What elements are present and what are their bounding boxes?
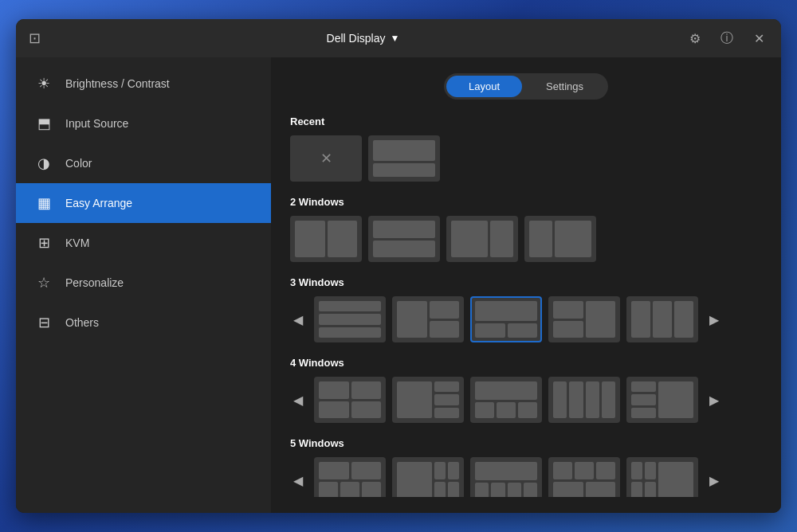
section-5windows: 5 Windows ◀ [290,437,759,497]
title-bar-center: Dell Display ▼ [327,32,400,45]
settings-icon[interactable]: ⚙ [685,29,705,48]
sidebar-item-input[interactable]: ⬒ Input Source [16,104,271,143]
app-title: Dell Display [327,32,386,45]
col [631,381,656,418]
3windows-next-arrow[interactable]: ▶ [706,296,722,342]
section-2windows: 2 Windows [290,196,759,262]
pane [658,381,693,418]
thumb-pattern [472,378,540,421]
layout-thumb-4w-4[interactable] [548,377,620,423]
5windows-next-arrow[interactable]: ▶ [706,457,722,497]
label-4windows: 4 Windows [290,357,759,369]
layout-thumb-2w-1[interactable] [290,216,362,262]
layout-thumb-3w-2[interactable] [392,296,464,342]
pane [475,402,494,418]
x-mark: ✕ [320,150,332,167]
thumb-pattern [394,298,462,341]
thumb-pattern [472,298,540,341]
sidebar-item-easy-arrange[interactable]: ▦ Easy Arrange [16,183,271,223]
pane [397,381,432,418]
pane [328,221,358,257]
info-icon[interactable]: ⓘ [717,29,736,48]
pane [362,482,381,498]
pane [475,301,537,321]
color-icon: ◑ [35,155,53,172]
layout-thumb-3w-5[interactable] [626,296,698,342]
5windows-prev-arrow[interactable]: ◀ [290,457,306,497]
pane [631,482,642,498]
pane [397,462,432,497]
pane [319,401,349,419]
scroll-area[interactable]: Recent ✕ [290,115,762,497]
sidebar-item-brightness[interactable]: ☀ Brightness / Contrast [16,64,271,104]
layout-thumb-4w-3[interactable] [470,377,542,423]
3windows-row: ◀ [290,296,759,342]
2windows-row [290,216,759,262]
close-button[interactable]: ✕ [749,29,768,48]
layout-thumb-5w-2[interactable] [392,457,464,497]
layout-thumb-4w-1[interactable] [314,377,386,423]
pane [631,301,650,338]
layout-thumb-recent-1[interactable]: ✕ [290,135,362,182]
section-4windows: 4 Windows ◀ [290,357,759,423]
layout-thumb-3w-3[interactable] [470,296,542,342]
pane [397,301,427,338]
row-panes [553,462,615,479]
label-recent: Recent [290,115,759,127]
thumb-pattern [526,217,595,260]
title-bar-controls: ⚙ ⓘ ✕ [685,29,768,48]
thumb-pattern [316,378,384,421]
sidebar-item-personalize[interactable]: ☆ Personalize [16,263,271,303]
layout-thumb-5w-1[interactable] [314,457,386,497]
sidebar-item-kvm[interactable]: ⊞ KVM [16,223,271,263]
pane [645,462,656,479]
row-panes [434,462,459,479]
sidebar-label-others: Others [65,316,99,329]
tab-settings[interactable]: Settings [524,76,606,97]
layout-thumb-3w-4[interactable] [548,296,620,342]
pane [319,314,381,324]
layout-thumb-2w-3[interactable] [446,216,518,262]
4windows-prev-arrow[interactable]: ◀ [290,377,306,423]
pane [631,408,656,418]
row-panes [631,482,656,498]
layout-thumb-3w-1[interactable] [314,296,386,342]
3windows-prev-arrow[interactable]: ◀ [290,296,306,342]
layout-thumb-5w-4[interactable] [548,457,620,497]
pane [586,482,616,498]
title-bar-left: ⊡ [29,29,41,47]
pane [373,241,435,258]
pane [319,462,349,479]
thumb-pattern [448,217,516,260]
pane [631,462,642,479]
pane [373,221,435,238]
layout-thumb-4w-5[interactable] [626,377,698,423]
layout-thumb-5w-3[interactable] [470,457,542,497]
sidebar-item-color[interactable]: ◑ Color [16,143,271,183]
layout-thumb-5w-5[interactable] [626,457,698,497]
thumb-pattern [472,459,540,497]
pane [490,221,513,257]
row-panes [319,482,381,498]
pane [553,321,583,338]
pane [434,408,459,418]
layout-thumb-2w-4[interactable] [524,216,596,262]
4windows-grid [314,377,698,423]
tab-layout[interactable]: Layout [446,76,522,97]
row-panes [319,401,381,419]
layout-thumb-recent-2[interactable] [368,135,440,182]
thumb-pattern [628,298,697,341]
thumb-pattern [316,459,384,497]
pane [553,482,583,498]
thumb-pattern [550,459,618,497]
pane [645,482,656,498]
sidebar-item-others[interactable]: ⊟ Others [16,303,271,342]
layout-thumb-2w-2[interactable] [368,216,440,262]
row-panes [319,381,381,399]
4windows-next-arrow[interactable]: ▶ [706,377,722,423]
tabs-row: Layout Settings [290,73,762,100]
pane [596,462,615,479]
layout-thumb-4w-2[interactable] [392,377,464,423]
dropdown-arrow[interactable]: ▼ [391,33,400,44]
pane [373,140,435,161]
